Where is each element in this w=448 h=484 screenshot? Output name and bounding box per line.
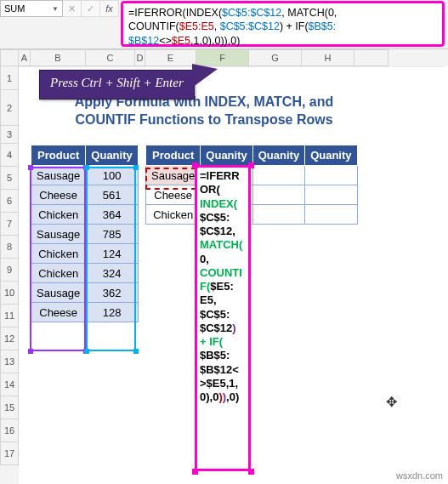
col-header[interactable]: D (135, 49, 145, 66)
selection-handle[interactable] (28, 349, 33, 354)
cell[interactable]: 128 (86, 303, 138, 322)
col-header[interactable]: H (302, 49, 354, 66)
cell[interactable]: Sausage (31, 225, 86, 244)
cell[interactable]: Chicken (31, 205, 86, 225)
selection-handle[interactable] (133, 165, 139, 170)
active-cell-editor[interactable]: =IFERROR( INDEX( $C$5: $C$12, MATCH( 0, … (197, 168, 248, 470)
row-header[interactable]: 9 (0, 259, 19, 282)
row-header[interactable]: 2 (0, 90, 19, 126)
formula-input[interactable]: =IFERROR(INDEX($C$5:$C$12, MATCH(0, COUN… (121, 1, 445, 47)
confirm-button[interactable]: ✓ (82, 0, 100, 17)
cell[interactable]: 561 (86, 185, 138, 205)
col-quantity[interactable]: Quanity (252, 145, 304, 166)
row-headers: 1 2 3 4 5 6 7 8 9 10 11 12 13 14 15 16 1… (0, 49, 19, 484)
t: $C$5: (200, 211, 230, 224)
cell[interactable]: Chicken (146, 205, 201, 225)
row-header[interactable]: 13 (0, 350, 19, 373)
select-all-corner[interactable] (0, 49, 19, 66)
cell[interactable] (252, 205, 304, 225)
cell[interactable]: 785 (86, 225, 138, 244)
col-header[interactable] (354, 49, 388, 66)
formula-part: COUNTIF( (128, 20, 179, 32)
t: $B$5: (200, 349, 230, 362)
table-row[interactable]: Sausage785 (31, 225, 139, 244)
t: $E5 (207, 377, 226, 390)
table-row[interactable]: Chicken364 (31, 205, 139, 225)
col-header[interactable]: E (145, 49, 196, 66)
table-row[interactable]: Cheese128 (31, 303, 139, 322)
t: $C$12, (200, 225, 235, 237)
row-header[interactable]: 3 (0, 126, 19, 144)
row-header[interactable]: 7 (0, 213, 19, 236)
table-row[interactable]: Sausage362 (31, 283, 139, 303)
col-quantity[interactable]: Quanity (201, 145, 252, 166)
t: OR( (200, 183, 220, 196)
cell[interactable]: Cheese (31, 185, 86, 205)
cell[interactable] (252, 185, 304, 205)
row-header[interactable]: 5 (0, 167, 19, 190)
cell[interactable]: Cheese (31, 303, 86, 322)
selection-handle[interactable] (84, 349, 89, 354)
selection-handle[interactable] (248, 469, 254, 475)
row-header[interactable]: 16 (0, 419, 19, 442)
row-header[interactable]: 1 (0, 66, 19, 90)
dropdown-icon[interactable]: ▼ (52, 5, 59, 13)
cell[interactable] (252, 166, 304, 185)
row-header[interactable]: 6 (0, 190, 19, 213)
name-box[interactable]: SUM ▼ (0, 0, 63, 17)
cell[interactable]: Sausage (31, 166, 86, 185)
row-header[interactable]: 11 (0, 305, 19, 327)
col-header[interactable]: C (86, 49, 135, 66)
cell[interactable]: Chicken (31, 244, 86, 264)
cell[interactable]: 324 (86, 264, 138, 283)
t: ,0 (210, 390, 219, 403)
sheet-area[interactable]: A B C D E F G H Apply Formula with INDEX… (19, 49, 448, 484)
formula-ref: $C$5:$C$12 (222, 7, 281, 19)
formula-ref: $E5:E5 (179, 20, 214, 32)
t: ,1, (226, 377, 238, 390)
cell[interactable]: 364 (86, 205, 138, 225)
row-header[interactable]: 10 (0, 282, 19, 305)
range-selection (145, 168, 196, 190)
col-header[interactable]: G (249, 49, 302, 66)
col-product[interactable]: Product (31, 145, 86, 166)
t: COUNTI (200, 266, 242, 279)
cell[interactable] (305, 166, 357, 185)
row-header[interactable]: 8 (0, 236, 19, 259)
selection-handle[interactable] (248, 162, 254, 168)
table-row[interactable]: Chicken (146, 205, 358, 225)
cancel-button[interactable]: ✕ (63, 0, 82, 17)
cell[interactable]: 362 (86, 283, 138, 303)
cell[interactable] (305, 205, 357, 225)
t: + IF( (200, 335, 223, 348)
cell[interactable] (305, 185, 357, 205)
selection-handle[interactable] (133, 349, 139, 354)
row-header[interactable]: 4 (0, 144, 19, 167)
cell[interactable]: 124 (86, 244, 138, 264)
table-row[interactable]: Cheese561 (31, 185, 139, 205)
selection-handle[interactable] (192, 162, 198, 168)
cell[interactable]: Chicken (31, 264, 86, 283)
table-row[interactable]: Chicken124 (31, 244, 139, 264)
formula-part: <> (159, 35, 172, 47)
selection-handle[interactable] (84, 165, 89, 170)
row-header[interactable]: 15 (0, 396, 19, 419)
title-line2: COUNTIF Functions to Transpose Rows (75, 112, 332, 127)
row-header[interactable]: 14 (0, 373, 19, 396)
row-header[interactable]: 12 (0, 327, 19, 350)
col-header[interactable]: A (19, 49, 31, 66)
watermark: wsxdn.com (396, 470, 443, 481)
cell[interactable]: 100 (86, 166, 138, 185)
selection-handle[interactable] (28, 165, 33, 170)
fx-button[interactable]: fx (100, 0, 119, 17)
cell[interactable]: Sausage (31, 283, 86, 303)
col-quantity[interactable]: Quanity (86, 145, 138, 166)
formula-part: , (214, 20, 220, 32)
col-quantity[interactable]: Quanity (305, 145, 357, 166)
t: =IFERR (200, 169, 240, 182)
formula-part: ) + IF( (280, 20, 309, 32)
table-row[interactable]: Chicken324 (31, 264, 139, 283)
row-header[interactable]: 17 (0, 442, 19, 465)
selection-handle[interactable] (192, 469, 198, 475)
col-header[interactable]: B (31, 49, 86, 66)
